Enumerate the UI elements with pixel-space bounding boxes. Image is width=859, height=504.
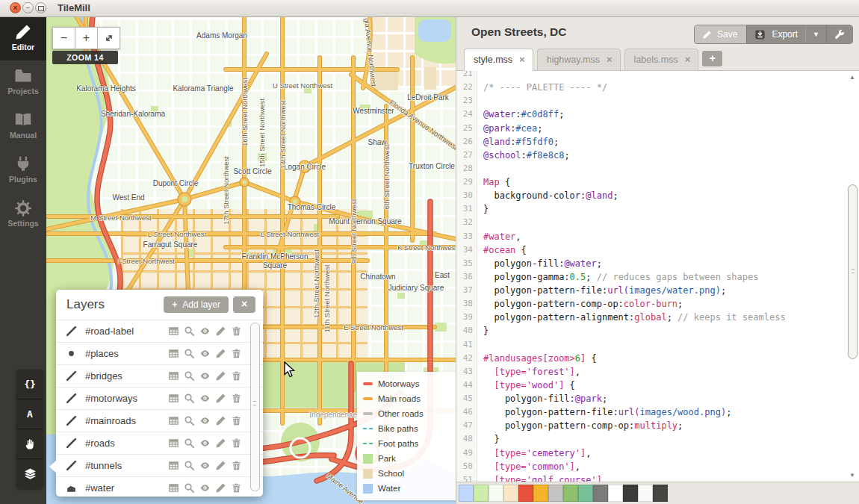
palette-swatch[interactable] bbox=[533, 485, 548, 502]
eye-icon[interactable] bbox=[199, 415, 211, 426]
trash-icon[interactable] bbox=[231, 482, 242, 494]
palette-swatch[interactable] bbox=[548, 485, 563, 502]
tab-highway.mss[interactable]: highway.mss× bbox=[537, 49, 621, 71]
edit-icon[interactable] bbox=[215, 438, 226, 449]
layer-row[interactable]: #roads bbox=[56, 432, 263, 454]
layer-row[interactable]: #tunnels bbox=[56, 454, 263, 476]
palette-swatch[interactable] bbox=[474, 485, 489, 502]
tab-labels.mss[interactable]: labels.mss× bbox=[624, 49, 699, 71]
scroll-down-icon[interactable]: ▼ bbox=[849, 472, 855, 479]
table-icon[interactable] bbox=[168, 370, 179, 382]
search-icon[interactable] bbox=[184, 393, 195, 404]
palette-swatch[interactable] bbox=[503, 485, 518, 502]
project-settings-button[interactable] bbox=[826, 25, 852, 43]
sidebar-item-manual[interactable]: Manual bbox=[0, 105, 46, 149]
code-editor[interactable]: 2122/* ---- PALETTE ---- */2324@water:#c… bbox=[456, 71, 859, 482]
editor-scrollbar[interactable] bbox=[848, 184, 858, 359]
edit-icon[interactable] bbox=[215, 460, 226, 471]
sidebar-item-plugins[interactable]: Plugins bbox=[0, 149, 46, 193]
palette-swatch[interactable] bbox=[653, 485, 668, 502]
sidebar-item-projects[interactable]: Projects bbox=[0, 60, 46, 105]
layers-scrollbar[interactable] bbox=[250, 323, 260, 491]
trash-icon[interactable] bbox=[231, 348, 242, 359]
line-number: 21 bbox=[456, 71, 477, 81]
eye-icon[interactable] bbox=[199, 326, 211, 337]
code-line: 22/* ---- PALETTE ---- */ bbox=[456, 81, 845, 94]
eye-icon[interactable] bbox=[199, 348, 211, 359]
edit-icon[interactable] bbox=[215, 326, 226, 337]
tab-style.mss[interactable]: style.mss× bbox=[464, 49, 533, 71]
save-button[interactable]: Save bbox=[695, 25, 746, 43]
layer-row[interactable]: #motorways bbox=[56, 387, 263, 409]
table-icon[interactable] bbox=[168, 348, 179, 359]
tab-bar: style.mss×highway.mss×labels.mss×+ bbox=[456, 48, 859, 71]
add-stylesheet-button[interactable]: + bbox=[702, 51, 722, 66]
legend-item: Motorways bbox=[363, 376, 456, 391]
code-tool[interactable]: {} bbox=[16, 370, 43, 399]
zoom-in-button[interactable]: + bbox=[75, 27, 98, 49]
export-button[interactable]: Export bbox=[746, 25, 805, 43]
table-icon[interactable] bbox=[168, 460, 179, 471]
palette-swatch[interactable] bbox=[459, 485, 474, 502]
scroll-up-icon[interactable]: ▲ bbox=[849, 74, 855, 81]
palette-swatch[interactable] bbox=[608, 485, 623, 502]
edit-icon[interactable] bbox=[215, 415, 226, 426]
pan-tool[interactable] bbox=[16, 429, 43, 459]
search-icon[interactable] bbox=[184, 326, 195, 337]
search-icon[interactable] bbox=[184, 370, 195, 382]
zoom-out-button[interactable]: − bbox=[52, 27, 75, 49]
layers-tool[interactable] bbox=[16, 459, 43, 488]
table-icon[interactable] bbox=[168, 415, 179, 426]
edit-icon[interactable] bbox=[215, 348, 226, 359]
tab-close-icon[interactable]: × bbox=[685, 55, 691, 64]
palette-swatch[interactable] bbox=[623, 485, 638, 502]
palette-swatch[interactable] bbox=[593, 485, 608, 502]
edit-icon[interactable] bbox=[215, 370, 226, 382]
edit-icon[interactable] bbox=[215, 482, 226, 494]
eye-icon[interactable] bbox=[199, 460, 211, 471]
edit-icon[interactable] bbox=[215, 393, 226, 404]
trash-icon[interactable] bbox=[231, 438, 242, 449]
table-icon[interactable] bbox=[168, 438, 179, 449]
fullscreen-button[interactable] bbox=[97, 27, 120, 49]
sidebar-item-settings[interactable]: Settings bbox=[0, 193, 46, 237]
table-icon[interactable] bbox=[168, 482, 179, 494]
layer-row[interactable]: #places bbox=[56, 342, 263, 364]
palette-swatch[interactable] bbox=[578, 485, 593, 502]
window-minimize-icon[interactable]: − bbox=[22, 2, 34, 13]
eye-icon[interactable] bbox=[199, 438, 211, 449]
add-layer-button[interactable]: +Add layer bbox=[164, 296, 229, 313]
layers-panel-close-icon[interactable]: × bbox=[233, 296, 255, 313]
trash-icon[interactable] bbox=[231, 415, 242, 426]
window-close-icon[interactable]: × bbox=[10, 2, 21, 13]
code-token: @land bbox=[586, 190, 613, 201]
search-icon[interactable] bbox=[184, 348, 195, 359]
palette-swatch[interactable] bbox=[638, 485, 653, 502]
trash-icon[interactable] bbox=[231, 460, 242, 471]
search-icon[interactable] bbox=[184, 482, 195, 494]
layer-row[interactable]: #bridges bbox=[56, 364, 263, 387]
export-dropdown-button[interactable]: ▼ bbox=[805, 25, 826, 43]
sidebar-item-editor[interactable]: Editor bbox=[0, 16, 46, 60]
eye-icon[interactable] bbox=[199, 393, 211, 404]
search-icon[interactable] bbox=[184, 460, 195, 471]
tab-close-icon[interactable]: × bbox=[519, 55, 525, 64]
eye-icon[interactable] bbox=[199, 482, 211, 494]
window-maximize-icon[interactable] bbox=[35, 2, 46, 13]
layer-row[interactable]: #mainroads bbox=[56, 409, 263, 432]
trash-icon[interactable] bbox=[231, 326, 242, 337]
palette-swatch[interactable] bbox=[518, 485, 533, 502]
table-icon[interactable] bbox=[168, 326, 179, 337]
eye-icon[interactable] bbox=[199, 370, 211, 382]
search-icon[interactable] bbox=[184, 415, 195, 426]
palette-swatch[interactable] bbox=[563, 485, 578, 502]
layer-row[interactable]: #water bbox=[56, 476, 263, 499]
search-icon[interactable] bbox=[184, 438, 195, 449]
trash-icon[interactable] bbox=[231, 393, 242, 404]
layer-row[interactable]: #road-label bbox=[56, 320, 263, 342]
trash-icon[interactable] bbox=[231, 370, 242, 382]
table-icon[interactable] bbox=[168, 393, 179, 404]
font-tool[interactable]: A bbox=[16, 399, 43, 429]
tab-close-icon[interactable]: × bbox=[607, 55, 613, 64]
palette-swatch[interactable] bbox=[489, 485, 503, 502]
